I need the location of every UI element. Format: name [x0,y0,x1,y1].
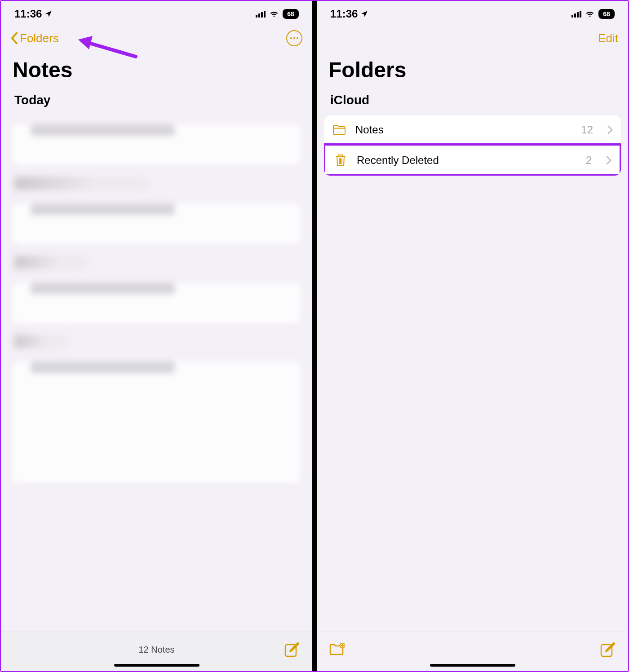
notes-count-label: 12 Notes [1,645,312,655]
screenshot-divider [312,1,317,671]
location-icon [360,10,368,18]
section-header-blurred [14,335,67,348]
battery-level-icon: 68 [283,9,299,19]
folder-count: 12 [581,124,593,136]
back-to-folders-button[interactable]: Folders [11,31,59,45]
note-item[interactable] [13,203,301,244]
new-folder-button[interactable] [329,643,345,656]
group-header-icloud: iCloud [317,87,628,111]
note-item[interactable] [13,283,301,323]
note-item[interactable] [13,362,301,483]
back-label: Folders [20,31,59,45]
status-bar: 11:36 68 [1,1,312,27]
status-time: 11:36 [330,8,358,20]
annotation-highlight: Recently Deleted 2 [324,143,621,176]
section-header-blurred [14,256,88,269]
home-indicator[interactable] [430,664,515,667]
trash-icon [335,154,346,167]
cellular-signal-icon [256,10,266,18]
more-options-button[interactable] [286,30,302,46]
ellipsis-icon [290,37,292,39]
wifi-icon [269,10,279,18]
bottom-toolbar [317,632,628,671]
nav-bar: Edit [317,27,628,49]
folder-list: Notes 12 Recently Deleted 2 [324,115,621,176]
section-header-blurred [14,177,147,190]
battery-level-icon: 68 [598,9,615,19]
chevron-left-icon [11,32,18,44]
folder-row-notes[interactable]: Notes 12 [324,115,621,144]
phone-notes-screen: 11:36 68 Folders [1,1,312,671]
folder-count: 2 [586,154,592,167]
phone-folders-screen: 11:36 68 Edit Folders iCloud [317,1,628,671]
folder-icon [332,124,346,135]
status-time: 11:36 [14,8,42,20]
home-indicator[interactable] [114,664,199,667]
chevron-right-icon [607,125,613,134]
page-title: Folders [317,49,628,87]
cellular-signal-icon [571,10,581,18]
note-item[interactable] [13,124,301,165]
section-header-today: Today [1,87,312,111]
chevron-right-icon [606,156,611,165]
notes-list[interactable] [1,111,312,632]
bottom-toolbar: 12 Notes [1,632,312,671]
folder-label: Recently Deleted [357,154,577,167]
nav-bar: Folders [1,27,312,49]
wifi-icon [585,10,595,18]
folder-label: Notes [355,124,572,136]
compose-note-button[interactable] [600,642,616,657]
location-icon [44,10,53,18]
folder-row-recently-deleted[interactable]: Recently Deleted 2 [325,146,620,174]
edit-button[interactable]: Edit [598,31,618,45]
page-title: Notes [1,49,312,87]
status-bar: 11:36 68 [317,1,628,27]
